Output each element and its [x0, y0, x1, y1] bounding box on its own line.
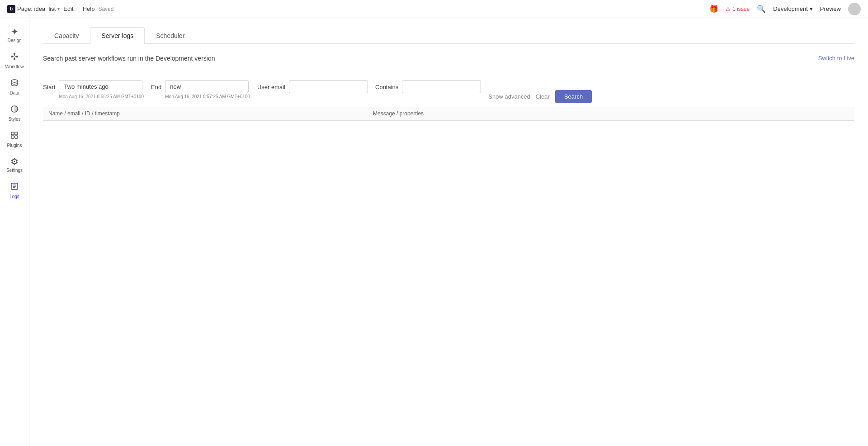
start-label: Start [43, 84, 55, 90]
end-input[interactable] [165, 80, 249, 93]
user-email-field-wrapper [289, 80, 368, 93]
sidebar-item-plugins-label: Plugins [7, 143, 22, 148]
sidebar-item-data-label: Data [9, 90, 19, 95]
user-email-input[interactable] [289, 80, 368, 93]
table-header-row: Name / email / ID / timestamp Message / … [43, 107, 854, 121]
sidebar-item-workflow[interactable]: Workflow [2, 48, 27, 73]
clear-button[interactable]: Clear [536, 93, 550, 100]
tab-capacity[interactable]: Capacity [43, 27, 90, 44]
plugins-icon [10, 131, 19, 141]
col-name-header: Name / email / ID / timestamp [43, 107, 368, 121]
search-header-row: Search past server workflows run in the … [43, 55, 854, 71]
sidebar-item-settings[interactable]: ⚙ Settings [2, 153, 27, 176]
main-layout: ✦ Design Workflow [0, 18, 868, 446]
topbar-right: 🎁 ⚠ 1 issue 🔍 Development ▾ Preview [709, 3, 861, 15]
page-identifier: b Page: idea_list ▾ [7, 5, 60, 13]
svg-rect-0 [11, 56, 13, 57]
tabs-container: Capacity Server logs Scheduler [43, 27, 854, 44]
search-form: Start Mon Aug 16, 2021 8:55:25 AM GMT+01… [43, 80, 854, 103]
tab-scheduler[interactable]: Scheduler [145, 27, 196, 44]
user-email-field-group: User email [257, 80, 368, 93]
sidebar: ✦ Design Workflow [0, 18, 29, 446]
svg-rect-3 [16, 56, 18, 57]
results-table: Name / email / ID / timestamp Message / … [43, 107, 854, 121]
sidebar-item-settings-label: Settings [6, 168, 23, 173]
issue-badge[interactable]: ⚠ 1 issue [726, 6, 750, 12]
environment-selector[interactable]: Development ▾ [773, 5, 813, 12]
styles-icon [10, 104, 19, 115]
svg-rect-2 [14, 58, 15, 60]
user-avatar[interactable] [848, 3, 861, 15]
switch-to-live-link[interactable]: Switch to Live [818, 55, 854, 62]
environment-label: Development [773, 5, 808, 12]
logs-icon [10, 182, 19, 192]
contains-label: Contains [375, 84, 398, 90]
help-nav-item[interactable]: Help [83, 5, 95, 12]
svg-rect-12 [11, 136, 14, 138]
svg-rect-11 [15, 132, 18, 135]
sidebar-item-workflow-label: Workflow [5, 64, 24, 69]
issue-count-label: 1 issue [732, 6, 750, 12]
search-button[interactable]: Search [555, 90, 592, 103]
page-name-label: Page: idea_list [17, 5, 56, 12]
topbar: b Page: idea_list ▾ Edit Help Saved 🎁 ⚠ … [0, 0, 868, 18]
contains-field-wrapper [402, 80, 481, 93]
contains-input[interactable] [402, 80, 481, 93]
topbar-nav: Edit Help [63, 5, 94, 12]
sidebar-item-plugins[interactable]: Plugins [2, 127, 27, 152]
sidebar-item-logs[interactable]: Logs [2, 178, 27, 203]
saved-status: Saved [98, 6, 113, 12]
gift-icon[interactable]: 🎁 [709, 5, 718, 13]
start-input[interactable] [59, 80, 142, 93]
search-actions: Show advanced Clear Search [488, 90, 592, 103]
end-subtext: Mon Aug 16, 2021 8:57:25 AM GMT+0100 [165, 94, 250, 99]
preview-button[interactable]: Preview [820, 5, 841, 12]
tab-server-logs[interactable]: Server logs [90, 27, 145, 44]
edit-nav-item[interactable]: Edit [63, 5, 73, 12]
sidebar-item-styles-label: Styles [8, 117, 20, 122]
svg-rect-10 [11, 132, 14, 135]
contains-field-group: Contains [375, 80, 481, 93]
workflow-icon [10, 52, 19, 62]
sidebar-item-design[interactable]: ✦ Design [2, 24, 27, 47]
user-email-label: User email [257, 84, 285, 90]
start-field-group: Start Mon Aug 16, 2021 8:55:25 AM GMT+01… [43, 80, 144, 99]
svg-rect-1 [14, 53, 15, 55]
server-logs-section: Search past server workflows run in the … [43, 55, 854, 121]
warning-icon: ⚠ [726, 6, 731, 12]
show-advanced-button[interactable]: Show advanced [488, 93, 530, 100]
search-icon[interactable]: 🔍 [757, 5, 766, 13]
start-subtext: Mon Aug 16, 2021 8:55:25 AM GMT+0100 [59, 94, 144, 99]
sidebar-item-data[interactable]: Data [2, 75, 27, 99]
content-area: Capacity Server logs Scheduler Search pa… [29, 18, 868, 446]
sidebar-item-design-label: Design [7, 38, 21, 43]
end-field-wrapper: Mon Aug 16, 2021 8:57:25 AM GMT+0100 [165, 80, 250, 99]
environment-chevron-icon: ▾ [810, 5, 813, 12]
topbar-left: b Page: idea_list ▾ Edit Help Saved [7, 5, 702, 13]
end-label: End [151, 84, 161, 90]
start-field-wrapper: Mon Aug 16, 2021 8:55:25 AM GMT+0100 [59, 80, 144, 99]
end-field-group: End Mon Aug 16, 2021 8:57:25 AM GMT+0100 [151, 80, 250, 99]
sidebar-item-styles[interactable]: Styles [2, 101, 27, 125]
page-chevron-icon[interactable]: ▾ [57, 6, 60, 11]
design-icon: ✦ [11, 27, 19, 36]
svg-point-8 [11, 80, 18, 82]
svg-rect-13 [15, 136, 18, 138]
search-description: Search past server workflows run in the … [43, 55, 215, 62]
data-icon [10, 78, 19, 89]
bubble-logo-icon: b [7, 5, 15, 13]
col-message-header: Message / properties [368, 107, 854, 121]
settings-icon: ⚙ [10, 157, 19, 166]
sidebar-item-logs-label: Logs [9, 194, 19, 199]
